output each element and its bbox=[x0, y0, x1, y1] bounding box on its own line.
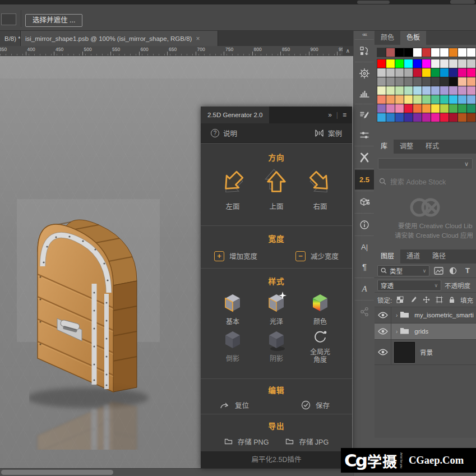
color-swatch[interactable] bbox=[377, 113, 386, 122]
color-swatch[interactable] bbox=[431, 86, 440, 95]
color-swatch[interactable] bbox=[395, 104, 404, 113]
examples-button[interactable]: 案例 bbox=[315, 128, 342, 138]
color-swatch[interactable] bbox=[422, 77, 431, 86]
increase-width-button[interactable]: + 增加宽度 bbox=[214, 251, 257, 261]
color-swatch[interactable] bbox=[395, 113, 404, 122]
color-swatch[interactable] bbox=[431, 48, 440, 57]
color-swatch[interactable] bbox=[440, 68, 449, 77]
lock-position-icon[interactable] bbox=[422, 296, 431, 303]
color-swatch[interactable] bbox=[431, 68, 440, 77]
color-swatch[interactable] bbox=[440, 77, 449, 86]
color-swatch[interactable] bbox=[404, 113, 413, 122]
style-gloss-button[interactable]: 光泽 bbox=[255, 291, 298, 326]
color-swatch[interactable] bbox=[431, 77, 440, 86]
color-swatch[interactable] bbox=[458, 48, 466, 57]
color-swatch[interactable] bbox=[467, 113, 475, 122]
tab-paths[interactable]: 路径 bbox=[426, 249, 452, 264]
color-swatch[interactable] bbox=[386, 113, 395, 122]
color-swatch[interactable] bbox=[386, 77, 395, 86]
horizontal-scrollbar[interactable] bbox=[0, 468, 353, 476]
brush-settings-icon[interactable] bbox=[355, 105, 374, 125]
color-swatch[interactable] bbox=[449, 95, 457, 104]
color-swatch[interactable] bbox=[449, 113, 457, 122]
tab-libraries[interactable]: 库 bbox=[375, 140, 394, 154]
color-swatch[interactable] bbox=[404, 59, 413, 68]
color-swatch[interactable] bbox=[449, 48, 457, 57]
tab-swatches[interactable]: 色板 bbox=[400, 31, 426, 45]
color-swatch[interactable] bbox=[449, 86, 457, 95]
color-swatch[interactable] bbox=[386, 86, 395, 95]
color-swatch[interactable] bbox=[404, 95, 413, 104]
style-shadow-button[interactable]: 阴影 bbox=[255, 328, 298, 364]
color-swatch[interactable] bbox=[386, 104, 395, 113]
color-swatch[interactable] bbox=[422, 59, 431, 68]
blend-mode-combo[interactable]: 穿透 ∨ bbox=[377, 280, 441, 291]
color-swatch[interactable] bbox=[377, 59, 386, 68]
color-swatch[interactable] bbox=[395, 68, 404, 77]
document-tab-1[interactable]: B/8) * × bbox=[0, 31, 21, 46]
color-swatch[interactable] bbox=[395, 95, 404, 104]
color-swatch[interactable] bbox=[395, 59, 404, 68]
color-swatch[interactable] bbox=[467, 86, 475, 95]
color-swatch[interactable] bbox=[440, 113, 449, 122]
color-swatch[interactable] bbox=[458, 77, 466, 86]
color-swatch[interactable] bbox=[449, 77, 457, 86]
help-button[interactable]: ? 说明 bbox=[211, 128, 237, 138]
color-swatch[interactable] bbox=[413, 104, 422, 113]
glyphs-a-icon[interactable]: A bbox=[355, 279, 374, 299]
color-swatch[interactable] bbox=[440, 86, 449, 95]
lock-all-icon[interactable] bbox=[447, 296, 457, 303]
color-swatch[interactable] bbox=[422, 104, 431, 113]
color-swatch[interactable] bbox=[467, 48, 475, 57]
layer-name[interactable]: 背景 bbox=[420, 348, 433, 357]
document-tab-2[interactable]: isi_mirror_shape1.psb @ 100% (isi_mirror… bbox=[21, 31, 218, 46]
tab-channels[interactable]: 通道 bbox=[400, 249, 426, 264]
save-png-button[interactable]: 存储 PNG bbox=[224, 436, 269, 447]
color-swatch[interactable] bbox=[458, 59, 466, 68]
color-swatch[interactable] bbox=[386, 59, 395, 68]
filter-type-layers-icon[interactable]: T bbox=[462, 266, 473, 275]
info-icon[interactable] bbox=[355, 215, 374, 234]
expander-icon[interactable]: › bbox=[396, 312, 398, 318]
color-swatch[interactable] bbox=[422, 86, 431, 95]
chevron-up-icon[interactable]: ∧ bbox=[343, 46, 353, 56]
color-swatch[interactable] bbox=[404, 48, 413, 57]
direction-top-button[interactable]: 上面 bbox=[259, 168, 294, 211]
lock-pixels-icon[interactable] bbox=[408, 296, 418, 303]
layer-thumbnail[interactable] bbox=[394, 342, 415, 363]
close-icon[interactable]: × bbox=[196, 35, 200, 43]
layer-visibility-toggle[interactable] bbox=[375, 307, 391, 323]
color-swatch[interactable] bbox=[413, 95, 422, 104]
color-swatch[interactable] bbox=[386, 95, 395, 104]
tab-adjustments[interactable]: 调整 bbox=[394, 140, 419, 154]
color-swatch[interactable] bbox=[422, 48, 431, 57]
color-swatch[interactable] bbox=[377, 104, 386, 113]
color-swatch[interactable] bbox=[395, 77, 404, 86]
color-swatch[interactable] bbox=[422, 95, 431, 104]
color-swatch[interactable] bbox=[413, 86, 422, 95]
tool-presets-icon[interactable] bbox=[355, 125, 374, 145]
plugin-panel-tab[interactable]: 2.5D Generator 2.0 bbox=[201, 107, 269, 123]
color-swatch[interactable] bbox=[431, 95, 440, 104]
color-swatch[interactable] bbox=[431, 59, 440, 68]
layer-row[interactable]: 背景 bbox=[375, 340, 476, 365]
color-swatch[interactable] bbox=[404, 86, 413, 95]
library-select[interactable]: ∨ bbox=[378, 158, 473, 169]
color-swatch[interactable] bbox=[413, 59, 422, 68]
color-swatch[interactable] bbox=[377, 86, 386, 95]
color-swatch[interactable] bbox=[467, 95, 475, 104]
filter-pixel-layers-icon[interactable] bbox=[433, 267, 444, 275]
window-control[interactable] bbox=[357, 1, 390, 4]
style-color-button[interactable]: 颜色 bbox=[298, 291, 342, 326]
learn-icon[interactable] bbox=[355, 41, 374, 61]
layer-name[interactable]: my_isometric_smarti bbox=[414, 312, 473, 318]
global-light-angle-button[interactable]: 全局光 角度 bbox=[298, 328, 342, 364]
color-swatch[interactable] bbox=[422, 68, 431, 77]
expander-icon[interactable]: › bbox=[396, 329, 398, 335]
3d-cube-icon[interactable] bbox=[355, 192, 374, 212]
color-swatch[interactable] bbox=[395, 86, 404, 95]
tab-layers[interactable]: 图层 bbox=[375, 249, 400, 264]
color-swatch[interactable] bbox=[458, 95, 466, 104]
color-swatch[interactable] bbox=[395, 48, 404, 57]
color-swatch[interactable] bbox=[440, 104, 449, 113]
